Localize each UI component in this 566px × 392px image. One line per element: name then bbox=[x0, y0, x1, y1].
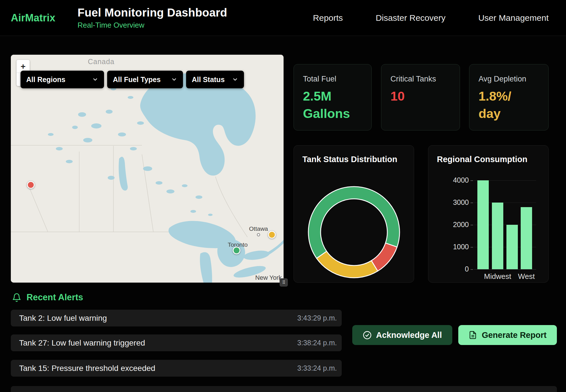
x-axis-label: West bbox=[504, 272, 549, 281]
chevron-down-icon bbox=[232, 76, 238, 83]
tank-status-card: Tank Status Distribution bbox=[294, 145, 414, 283]
y-axis-tick bbox=[471, 247, 473, 248]
region-filter-select[interactable]: All Regions bbox=[21, 71, 104, 88]
acknowledge-all-button[interactable]: Acknowledge All bbox=[352, 325, 452, 345]
bar bbox=[492, 203, 503, 269]
alert-row[interactable]: Tank 27: Low fuel warning triggered 3:38… bbox=[11, 334, 342, 351]
alert-time: 3:33:24 p.m. bbox=[297, 364, 337, 372]
alert-message: Tank 15: Pressure threshold exceeded bbox=[19, 364, 155, 373]
fuel-type-filter-select[interactable]: All Fuel Types bbox=[107, 71, 183, 88]
normal-tank-marker[interactable] bbox=[233, 247, 241, 254]
main-nav: Reports Disaster Recovery User Managemen… bbox=[313, 13, 549, 23]
map-label-canada: Canada bbox=[88, 58, 115, 66]
stat-label: Critical Tanks bbox=[390, 75, 451, 83]
y-axis-label: 2000 bbox=[431, 220, 469, 229]
nav-reports[interactable]: Reports bbox=[313, 13, 343, 23]
generate-report-label: Generate Report bbox=[482, 330, 546, 340]
map-canvas[interactable]: Canada Ottawa Toronto New York bbox=[11, 55, 284, 283]
nav-user-management[interactable]: User Management bbox=[478, 13, 549, 23]
chevron-down-icon bbox=[171, 76, 177, 83]
stat-card-avg-depletion: Avg Depletion 1.8%/day bbox=[469, 64, 549, 130]
status-filter-select[interactable]: All Status bbox=[186, 71, 244, 88]
stat-value: 10 bbox=[390, 87, 451, 105]
y-axis-label: 4000 bbox=[431, 176, 469, 184]
donut-segment-warning bbox=[316, 251, 377, 278]
alert-time: 3:43:29 p.m. bbox=[297, 314, 337, 322]
bar bbox=[477, 180, 489, 269]
stat-card-critical-tanks: Critical Tanks 10 bbox=[381, 64, 460, 130]
stat-card-total-fuel: Total Fuel 2.5MGallons bbox=[294, 64, 372, 130]
alert-row[interactable]: Tank 15: Pressure threshold exceeded 3:3… bbox=[11, 360, 342, 377]
stat-label: Total Fuel bbox=[303, 75, 362, 83]
generate-report-button[interactable]: Generate Report bbox=[458, 325, 557, 345]
acknowledge-all-label: Acknowledge All bbox=[376, 330, 442, 340]
critical-tank-marker[interactable] bbox=[27, 181, 34, 189]
gridline bbox=[474, 269, 536, 270]
brand-logo[interactable]: AirMatrix bbox=[11, 12, 55, 24]
y-axis-tick bbox=[471, 180, 473, 181]
alert-message: Tank 2: Low fuel warning bbox=[19, 314, 107, 323]
alert-row-partial bbox=[11, 386, 557, 392]
y-axis-label: 3000 bbox=[431, 198, 469, 207]
stat-value: 1.8%/day bbox=[479, 87, 539, 122]
check-circle-icon bbox=[363, 331, 372, 340]
alert-message: Tank 27: Low fuel warning triggered bbox=[19, 338, 145, 348]
y-axis-tick bbox=[471, 225, 473, 225]
region-filter-value: All Regions bbox=[26, 75, 66, 84]
document-icon bbox=[469, 331, 477, 339]
status-filter-value: All Status bbox=[192, 75, 225, 84]
chart-title: Tank Status Distribution bbox=[302, 155, 405, 164]
alert-time: 3:38:24 p.m. bbox=[297, 339, 337, 347]
page-subtitle: Real-Time Overview bbox=[78, 21, 227, 30]
y-axis-tick bbox=[471, 203, 473, 203]
title-block: Fuel Monitoring Dashboard Real-Time Over… bbox=[78, 6, 227, 30]
nav-disaster-recovery[interactable]: Disaster Recovery bbox=[376, 13, 445, 23]
recent-alerts-title: Recent Alerts bbox=[27, 292, 83, 303]
bar bbox=[521, 207, 532, 269]
warning-tank-marker[interactable] bbox=[268, 231, 276, 239]
recent-alerts-header: Recent Alerts bbox=[12, 292, 83, 303]
map-label-ottawa: Ottawa bbox=[249, 225, 268, 232]
bar bbox=[506, 225, 518, 269]
chevron-down-icon bbox=[92, 76, 98, 83]
y-axis-label: 1000 bbox=[431, 243, 469, 251]
regional-consumption-bar-chart: 01000200030004000MidwestWest bbox=[428, 146, 548, 282]
bell-icon bbox=[12, 293, 21, 302]
map-label-new-york: New York bbox=[255, 274, 282, 281]
alert-row[interactable]: Tank 2: Low fuel warning 3:43:29 p.m. bbox=[11, 310, 342, 326]
y-axis-label: 0 bbox=[431, 265, 469, 273]
app-header: AirMatrix Fuel Monitoring Dashboard Real… bbox=[0, 0, 566, 36]
map-filter-bar: All Regions All Fuel Types All Status bbox=[21, 71, 244, 88]
stat-value: 2.5MGallons bbox=[303, 87, 362, 122]
regional-consumption-card: Regional Consumption 01000200030004000Mi… bbox=[428, 145, 549, 283]
stat-label: Avg Depletion bbox=[479, 75, 539, 83]
page-title: Fuel Monitoring Dashboard bbox=[78, 6, 227, 19]
ottawa-city-dot bbox=[257, 234, 260, 236]
tank-status-donut-chart bbox=[307, 185, 401, 279]
map-resize-handle[interactable] bbox=[280, 278, 288, 287]
dashboard: AirMatrix Fuel Monitoring Dashboard Real… bbox=[0, 0, 566, 392]
y-axis-tick bbox=[471, 269, 473, 270]
fuel-type-filter-value: All Fuel Types bbox=[113, 75, 161, 84]
map-panel: Canada Ottawa Toronto New York + − All R… bbox=[11, 55, 284, 283]
